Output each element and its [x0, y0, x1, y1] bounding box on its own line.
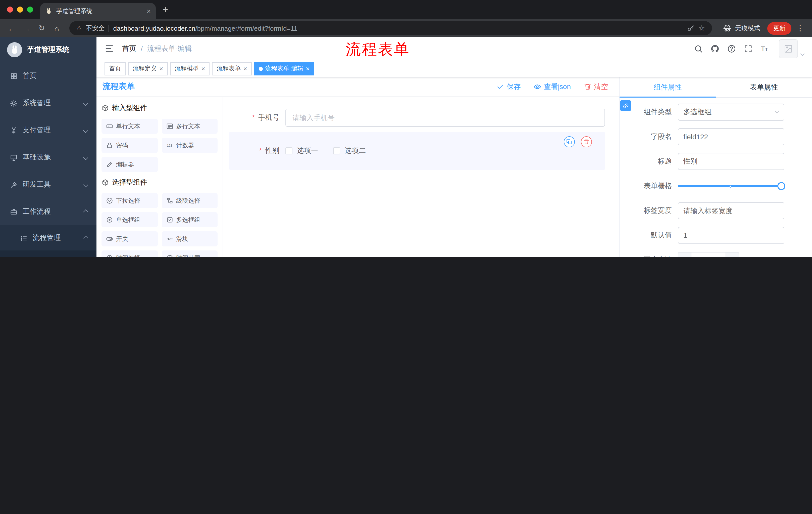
breadcrumb-home[interactable]: 首页 — [122, 44, 136, 53]
close-icon[interactable]: × — [243, 65, 247, 73]
label-width-input[interactable] — [678, 202, 784, 219]
palette-item-time-range[interactable]: 时间范围 — [162, 250, 218, 257]
view-json-button[interactable]: 查看json — [534, 82, 571, 91]
palette-item-select[interactable]: 下拉选择 — [102, 193, 157, 208]
min-select-input[interactable] — [691, 252, 726, 257]
option-two-checkbox[interactable]: 选项二 — [333, 146, 366, 155]
key-icon[interactable] — [687, 24, 694, 32]
field-name-input[interactable] — [678, 128, 784, 145]
font-size-icon[interactable] — [760, 44, 769, 53]
palette-item-counter[interactable]: 计数器 — [162, 138, 218, 153]
delete-component-button[interactable] — [581, 136, 592, 147]
sidebar-item-process-form[interactable]: 流程表单 — [0, 250, 96, 257]
sidebar-item-infra[interactable]: 基础设施 — [0, 144, 96, 171]
group-title-input: 输入型组件 — [102, 104, 218, 113]
sidebar-item-home[interactable]: 首页 — [0, 62, 96, 89]
process-submenu: 流程表单 用户分组 流程模型 — [0, 250, 96, 257]
label-width-row: 标签宽度 — [628, 202, 802, 219]
palette-item-single-text[interactable]: 单行文本 — [102, 119, 157, 134]
browser-tab[interactable]: 芋道管理系统 × — [40, 3, 156, 19]
link-icon[interactable] — [620, 100, 631, 111]
tab-form-props[interactable]: 表单属性 — [716, 77, 812, 97]
default-value-input[interactable] — [678, 227, 784, 244]
radio-icon — [106, 216, 113, 223]
sidebar-item-devtools[interactable]: 研发工具 — [0, 171, 96, 198]
palette-item-switch[interactable]: 开关 — [102, 231, 157, 246]
app-logo[interactable]: 芋道管理系统 — [0, 37, 96, 62]
tab-component-props[interactable]: 组件属性 — [619, 77, 716, 97]
phone-field-row[interactable]: * 手机号 — [229, 109, 605, 127]
fullscreen-icon[interactable] — [744, 44, 753, 53]
close-icon[interactable]: × — [306, 65, 310, 73]
palette-item-time-picker[interactable]: 时间选择 — [102, 250, 157, 257]
breadcrumb-current: 流程表单-编辑 — [147, 44, 192, 53]
required-mark: * — [259, 146, 262, 154]
tag-process-form-edit[interactable]: 流程表单-编辑 × — [254, 62, 314, 75]
close-icon[interactable]: × — [159, 65, 163, 73]
default-value-row: 默认值 — [628, 227, 802, 244]
copy-icon — [566, 139, 572, 145]
sidebar-fold-button[interactable] — [105, 44, 114, 53]
chevron-down-icon — [83, 155, 88, 160]
palette-item-multi-text[interactable]: 多行文本 — [162, 119, 218, 134]
component-type-select[interactable]: 多选框组 — [678, 104, 784, 121]
zoom-window-button[interactable] — [27, 6, 33, 12]
hamburger-icon — [105, 44, 114, 53]
user-menu[interactable] — [779, 39, 804, 58]
clear-button[interactable]: 清空 — [584, 82, 608, 91]
increase-button[interactable]: + — [726, 252, 738, 257]
phone-input[interactable] — [285, 109, 605, 127]
avatar[interactable] — [779, 39, 798, 58]
workbench-body: 输入型组件 单行文本 多行文本 密码 计数器 编辑器 — [96, 97, 619, 257]
update-browser-button[interactable]: 更新 — [767, 22, 791, 34]
tag-process-model[interactable]: 流程模型 × — [170, 62, 209, 75]
close-tab-icon[interactable]: × — [147, 7, 151, 15]
title-label: 标题 — [628, 157, 672, 166]
reload-button[interactable]: ↻ — [35, 22, 48, 35]
form-canvas[interactable]: * 手机号 * 性别 选项一 — [223, 97, 619, 257]
security-label[interactable]: 不安全 — [86, 24, 105, 32]
title-row: 标题 — [628, 153, 802, 170]
copy-component-button[interactable] — [564, 136, 575, 147]
help-icon[interactable] — [727, 44, 736, 53]
palette-item-cascader[interactable]: 级联选择 — [162, 193, 218, 208]
palette-item-slider[interactable]: 滑块 — [162, 231, 218, 246]
close-icon[interactable]: × — [201, 65, 205, 73]
chevron-up-icon — [83, 235, 88, 240]
search-icon[interactable] — [694, 44, 703, 53]
sidebar-item-workflow[interactable]: 工作流程 — [0, 198, 96, 225]
required-mark: * — [252, 113, 255, 121]
form-grid-slider[interactable] — [678, 178, 784, 195]
gender-field-row-selected[interactable]: * 性别 选项一 选项二 — [229, 132, 605, 170]
decrease-button[interactable]: − — [678, 252, 691, 257]
url-domain: dashboard.yudao.iocoder.cn — [113, 24, 196, 32]
close-window-button[interactable] — [7, 6, 13, 12]
field-name-label: 字段名 — [628, 132, 672, 141]
bookmark-star-icon[interactable]: ☆ — [698, 24, 705, 33]
home-button[interactable]: ⌂ — [50, 22, 63, 35]
slider-handle[interactable] — [777, 182, 785, 190]
property-body: 组件类型 多选框组 字段名 — [619, 98, 812, 257]
browser-menu-icon[interactable]: ⋮ — [796, 24, 804, 33]
sidebar-item-process-management[interactable]: 流程管理 — [0, 225, 96, 250]
palette-item-password[interactable]: 密码 — [102, 138, 157, 153]
tag-process-form[interactable]: 流程表单 × — [212, 62, 252, 75]
link-icon — [622, 102, 629, 109]
back-button[interactable]: ← — [5, 22, 18, 35]
sidebar-item-payment[interactable]: 支付管理 — [0, 117, 96, 144]
sidebar-item-system[interactable]: 系统管理 — [0, 89, 96, 117]
new-tab-button[interactable]: + — [163, 4, 168, 15]
option-one-checkbox[interactable]: 选项一 — [285, 146, 318, 155]
title-input[interactable] — [678, 153, 784, 170]
save-button[interactable]: 保存 — [497, 82, 521, 91]
checkbox-icon — [166, 216, 173, 223]
url-field[interactable]: ⚠ 不安全 dashboard.yudao.iocoder.cn/bpm/man… — [69, 21, 712, 35]
palette-item-radio-group[interactable]: 单选框组 — [102, 212, 157, 227]
forward-button[interactable]: → — [20, 22, 33, 35]
palette-item-checkbox-group[interactable]: 多选框组 — [162, 212, 218, 227]
palette-item-editor[interactable]: 编辑器 — [102, 157, 157, 172]
github-icon[interactable] — [710, 44, 720, 53]
tag-process-definition[interactable]: 流程定义 × — [128, 62, 168, 75]
tag-home[interactable]: 首页 — [105, 62, 126, 75]
minimize-window-button[interactable] — [17, 6, 23, 12]
